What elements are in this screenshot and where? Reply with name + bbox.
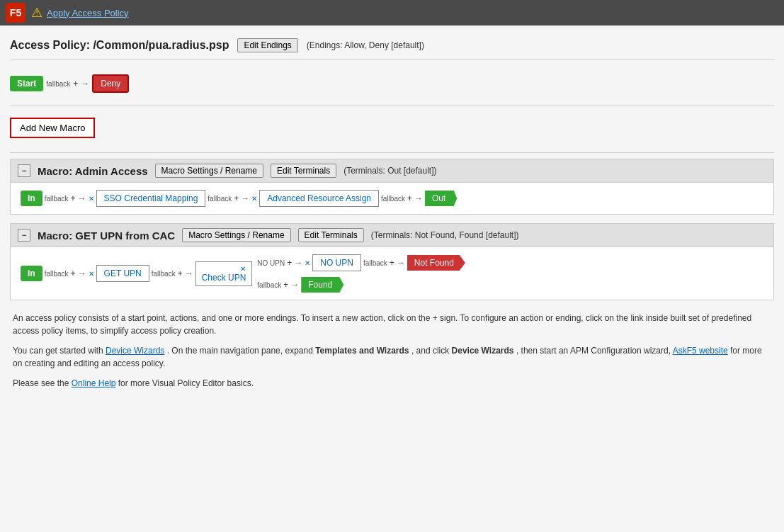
start-node: Start (10, 76, 43, 91)
macro-get-upn-terminals-info: (Terminals: Not Found, Found [default]) (371, 230, 519, 240)
fallback-3: fallback (381, 195, 405, 203)
sso-credential-mapping-node[interactable]: SSO Credential Mapping (96, 190, 206, 207)
askf5-link[interactable]: AskF5 website (673, 346, 728, 356)
upn-plus-2[interactable]: + (178, 268, 183, 278)
sso-credential-mapping-link[interactable]: SSO Credential Mapping (104, 193, 198, 203)
no-upn-link[interactable]: NO UPN (320, 258, 353, 268)
help-para-2-middle2: , and click (411, 346, 452, 356)
help-para-3-end: for more Visual Policy Editor basics. (118, 378, 254, 388)
macro-admin-collapse-btn[interactable]: − (18, 164, 30, 177)
upn-x-1[interactable]: ✕ (89, 270, 94, 278)
help-para-2-before: You can get started with (13, 346, 106, 356)
upn-branches: NO UPN + → ✕ NO UPN fallback + → Not Fou… (257, 254, 465, 293)
deny-node[interactable]: Deny (92, 74, 129, 93)
macro-admin-settings-btn[interactable]: Macro Settings / Rename (155, 164, 263, 178)
no-upn-branch: NO UPN + → ✕ NO UPN fallback + → Not Fou… (257, 254, 465, 271)
start-flow: Start fallback + → Deny (10, 67, 774, 100)
main-content: Access Policy: /Common/pua.radius.psp Ed… (0, 26, 784, 532)
upn-fallback-1: fallback (45, 270, 69, 278)
help-para-3: Please see the Online Help for more Visu… (13, 377, 771, 390)
x-2[interactable]: ✕ (251, 195, 257, 203)
found-branch: fallback + → Found (257, 277, 465, 293)
get-upn-link[interactable]: GET UPN (104, 268, 142, 278)
x-1[interactable]: ✕ (89, 195, 94, 203)
macro-admin-in-node: In (21, 191, 42, 206)
upn-plus-1[interactable]: + (71, 268, 76, 278)
macro-get-upn-header: − Macro: GET UPN from CAC Macro Settings… (11, 224, 773, 247)
found-fallback: fallback (257, 281, 281, 289)
divider-2 (10, 152, 774, 153)
upn-arrow-1: → (78, 268, 86, 278)
not-found-node: Not Found (407, 255, 465, 271)
macro-admin-body: In fallback + → ✕ SSO Credential Mapping… (11, 183, 773, 214)
macro-get-upn-settings-btn[interactable]: Macro Settings / Rename (182, 228, 290, 242)
f5-logo: F5 (6, 3, 25, 23)
help-para-2-middle: . On the main navigation pane, expand (167, 346, 315, 356)
add-new-macro-button[interactable]: Add New Macro (10, 118, 95, 138)
online-help-link[interactable]: Online Help (72, 378, 116, 388)
header: F5 ⚠ Apply Access Policy (0, 0, 784, 26)
arrow-3: → (414, 193, 423, 203)
out-node: Out (425, 191, 457, 206)
macro-admin-title: Macro: Admin Access (38, 165, 148, 177)
no-upn-fallback: fallback (363, 259, 387, 267)
check-upn-x[interactable]: ✕ (240, 265, 246, 273)
found-node: Found (301, 277, 343, 293)
help-device-wizards-bold: Device Wizards (452, 346, 514, 356)
get-upn-node[interactable]: GET UPN (96, 265, 149, 282)
plus-3[interactable]: + (407, 193, 412, 203)
check-upn-link[interactable]: Check UPN (202, 273, 246, 283)
divider-1 (10, 106, 774, 106)
start-arrow: → (81, 79, 89, 89)
no-upn-arrow-2: → (397, 258, 405, 268)
help-para-3-before: Please see the (13, 378, 72, 388)
macro-get-upn-flow: In fallback + → ✕ GET UPN fallback + → ✕… (21, 254, 763, 293)
macro-get-upn-in-node: In (21, 266, 42, 281)
found-arrow: → (290, 280, 299, 290)
start-fallback-label: fallback (46, 80, 70, 88)
macro-admin-header: − Macro: Admin Access Macro Settings / R… (11, 159, 773, 183)
advanced-resource-assign-link[interactable]: Advanced Resource Assign (267, 193, 371, 203)
start-plus-sign[interactable]: + (73, 79, 78, 89)
no-upn-arrow: → (294, 258, 302, 268)
policy-title: Access Policy: /Common/pua.radius.psp (10, 39, 229, 52)
macro-get-upn-title: Macro: GET UPN from CAC (38, 230, 175, 242)
macro-get-upn-body: In fallback + → ✕ GET UPN fallback + → ✕… (11, 247, 773, 300)
found-plus[interactable]: + (283, 280, 288, 290)
macro-get-upn-collapse-btn[interactable]: − (18, 229, 30, 242)
macro-admin-terminals-info: (Terminals: Out [default]) (343, 166, 436, 176)
arrow-2: → (241, 193, 249, 203)
check-upn-row: Check UPN (202, 273, 246, 283)
no-upn-label-text: NO UPN (257, 259, 285, 267)
no-upn-plus-2[interactable]: + (390, 258, 394, 268)
plus-2[interactable]: + (234, 193, 239, 203)
macro-admin-access: − Macro: Admin Access Macro Settings / R… (10, 159, 774, 215)
help-templates-bold: Templates and Wizards (315, 346, 409, 356)
apply-access-policy-link[interactable]: Apply Access Policy (47, 8, 129, 18)
no-upn-x[interactable]: ✕ (305, 259, 310, 267)
fallback-1: fallback (45, 195, 69, 203)
help-para-2: You can get started with Device Wizards … (13, 344, 771, 370)
arrow-1: → (78, 193, 86, 203)
fallback-2: fallback (208, 195, 232, 203)
macro-get-upn: − Macro: GET UPN from CAC Macro Settings… (10, 223, 774, 300)
warning-icon: ⚠ (31, 5, 42, 21)
advanced-resource-assign-node[interactable]: Advanced Resource Assign (259, 190, 379, 207)
macro-admin-terminals-btn[interactable]: Edit Terminals (271, 164, 336, 178)
no-upn-plus[interactable]: + (287, 258, 292, 268)
help-para-2-end: , then start an APM Configuration wizard… (516, 346, 671, 356)
help-para-1: An access policy consists of a start poi… (13, 312, 771, 337)
plus-1[interactable]: + (71, 193, 76, 203)
macro-admin-flow: In fallback + → ✕ SSO Credential Mapping… (21, 190, 763, 207)
upn-fallback-2: fallback (152, 270, 176, 278)
edit-endings-button[interactable]: Edit Endings (237, 38, 297, 52)
upn-arrow-2: → (185, 268, 193, 278)
policy-title-bar: Access Policy: /Common/pua.radius.psp Ed… (10, 33, 774, 60)
macro-get-upn-terminals-btn[interactable]: Edit Terminals (298, 228, 364, 242)
device-wizards-link[interactable]: Device Wizards (106, 346, 164, 356)
endings-info: (Endings: Allow, Deny [default]) (307, 40, 424, 50)
help-section: An access policy consists of a start poi… (10, 312, 774, 390)
no-upn-node[interactable]: NO UPN (312, 254, 361, 271)
check-upn-block: ✕ Check UPN (195, 261, 253, 286)
